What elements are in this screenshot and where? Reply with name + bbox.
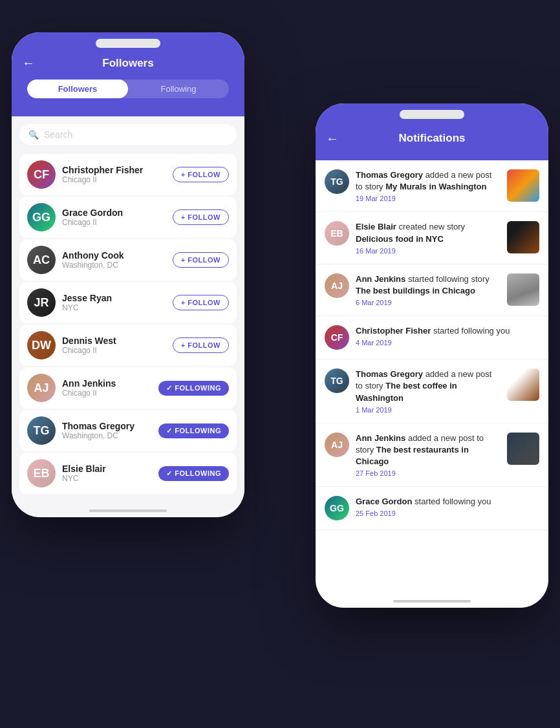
follower-name: Ann Jenkins: [62, 378, 152, 389]
follower-name: Anthony Cook: [62, 250, 166, 261]
notifications-body: TG Thomas Gregory added a new post to st…: [316, 160, 548, 608]
notif-date: 25 Feb 2019: [356, 509, 539, 517]
follow-button[interactable]: + FOLLOW: [173, 295, 229, 310]
notif-content: Elsie Blair created new story Delicious …: [356, 221, 501, 254]
avatar: AC: [27, 246, 56, 274]
follow-button[interactable]: + FOLLOW: [173, 252, 229, 268]
following-button[interactable]: ✓ FOLLOWING: [158, 466, 229, 481]
notif-text: Thomas Gregory added a new post to story…: [356, 169, 501, 193]
list-item[interactable]: TG Thomas Gregory Washington, DC ✓ FOLLO…: [19, 410, 237, 451]
follower-info: Ann Jenkins Chicago Il: [62, 378, 152, 398]
notif-image: [507, 273, 539, 306]
notif-content: Ann Jenkins started following story The …: [356, 273, 501, 306]
list-item[interactable]: AJ Ann Jenkins started following story T…: [316, 264, 548, 316]
avatar: EB: [325, 221, 349, 246]
follower-name: Dennis West: [62, 336, 166, 346]
follower-name: Thomas Gregory: [62, 421, 152, 431]
list-item[interactable]: EB Elsie Blair created new story Delicio…: [316, 212, 548, 264]
list-item[interactable]: DW Dennis West Chicago Il + FOLLOW: [19, 325, 237, 366]
follow-button[interactable]: + FOLLOW: [173, 167, 229, 182]
follower-location: Chicago Il: [62, 218, 166, 227]
nav-bar: ← Followers: [22, 56, 234, 70]
notification-list: TG Thomas Gregory added a new post to st…: [316, 160, 548, 530]
follower-name: Jesse Ryan: [62, 293, 166, 303]
notif-text: Ann Jenkins started following story The …: [356, 273, 501, 297]
avatar: AJ: [325, 273, 349, 298]
search-icon: 🔍: [28, 130, 39, 140]
notif-text: Ann Jenkins added a new post to story Th…: [356, 433, 501, 468]
home-indicator: [89, 509, 167, 512]
followers-body: 🔍 Search CF Christopher Fisher Chicago I…: [12, 116, 244, 517]
avatar: AJ: [27, 374, 56, 402]
following-button[interactable]: ✓ FOLLOWING: [158, 381, 229, 396]
page-title: Followers: [102, 57, 153, 70]
avatar: GG: [325, 496, 349, 520]
notif-user: Ann Jenkins: [356, 274, 405, 284]
notif-text: Christopher Fisher started following you: [356, 325, 539, 337]
avatar: TG: [27, 416, 56, 445]
follower-location: NYC: [62, 303, 166, 312]
notif-user: Grace Gordon: [356, 497, 412, 506]
search-bar[interactable]: 🔍 Search: [19, 124, 237, 145]
follower-location: NYC: [62, 474, 152, 483]
story-thumbnail: [507, 169, 539, 202]
list-item[interactable]: AJ Ann Jenkins added a new post to story…: [316, 423, 548, 487]
back-button[interactable]: ←: [22, 56, 43, 70]
notif-text: Elsie Blair created new story Delicious …: [356, 221, 501, 244]
avatar: DW: [27, 331, 56, 359]
tab-bar: Followers Following: [27, 80, 229, 98]
notif-content: Grace Gordon started following you 25 Fe…: [356, 496, 539, 517]
follower-info: Anthony Cook Washington, DC: [62, 250, 166, 270]
list-item[interactable]: CF Christopher Fisher Chicago Il + FOLLO…: [19, 154, 237, 195]
notif-image: [507, 369, 539, 401]
search-placeholder: Search: [44, 129, 72, 140]
follower-info: Christopher Fisher Chicago Il: [62, 165, 166, 184]
notif-user: Thomas Gregory: [356, 369, 423, 379]
story-thumbnail: [507, 369, 539, 401]
notif-text: Thomas Gregory added a new post to story…: [356, 369, 501, 404]
home-indicator: [393, 600, 471, 603]
notif-content: Ann Jenkins added a new post to story Th…: [356, 433, 501, 478]
list-item[interactable]: TG Thomas Gregory added a new post to st…: [316, 160, 548, 212]
notch: [96, 39, 160, 48]
avatar: CF: [325, 325, 349, 350]
list-item[interactable]: GG Grace Gordon started following you 25…: [316, 487, 548, 530]
notif-date: 4 Mar 2019: [356, 339, 539, 347]
list-item[interactable]: GG Grace Gordon Chicago Il + FOLLOW: [19, 197, 237, 238]
avatar: JR: [27, 288, 56, 317]
follower-location: Chicago Il: [62, 389, 152, 398]
follower-name: Elsie Blair: [62, 464, 152, 474]
list-item[interactable]: AC Anthony Cook Washington, DC + FOLLOW: [19, 239, 237, 281]
follower-location: Chicago Il: [62, 346, 166, 355]
follow-button[interactable]: + FOLLOW: [173, 337, 229, 353]
notif-story: My Murals in Washington: [385, 182, 486, 191]
follower-location: Washington, DC: [62, 261, 166, 270]
avatar: CF: [27, 160, 56, 189]
notif-date: 19 Mar 2019: [356, 195, 501, 202]
tab-following[interactable]: Following: [128, 80, 229, 98]
list-item[interactable]: EB Elsie Blair NYC ✓ FOLLOWING: [19, 453, 237, 494]
tab-followers[interactable]: Followers: [27, 80, 128, 98]
notifications-phone: ← Notifications TG Thomas Gregory added …: [316, 103, 548, 608]
notif-date: 27 Feb 2019: [356, 469, 501, 477]
notif-content: Christopher Fisher started following you…: [356, 325, 539, 347]
back-button[interactable]: ←: [326, 131, 347, 146]
story-thumbnail: [507, 273, 539, 306]
follow-button[interactable]: + FOLLOW: [173, 209, 229, 225]
avatar: GG: [27, 203, 56, 231]
list-item[interactable]: AJ Ann Jenkins Chicago Il ✓ FOLLOWING: [19, 367, 237, 409]
notif-user: Ann Jenkins: [356, 433, 405, 443]
follower-info: Elsie Blair NYC: [62, 464, 152, 483]
page-title: Notifications: [399, 132, 466, 145]
notif-image: [507, 433, 539, 465]
list-item[interactable]: CF Christopher Fisher started following …: [316, 316, 548, 359]
list-item[interactable]: TG Thomas Gregory added a new post to st…: [316, 359, 548, 423]
story-thumbnail: [507, 221, 539, 253]
list-item[interactable]: JR Jesse Ryan NYC + FOLLOW: [19, 282, 237, 323]
notif-story: Delicious food in NYC: [356, 234, 444, 244]
follower-info: Grace Gordon Chicago Il: [62, 208, 166, 227]
story-thumbnail: [507, 433, 539, 465]
follower-info: Jesse Ryan NYC: [62, 293, 166, 312]
notif-date: 1 Mar 2019: [356, 406, 501, 414]
following-button[interactable]: ✓ FOLLOWING: [158, 423, 229, 438]
